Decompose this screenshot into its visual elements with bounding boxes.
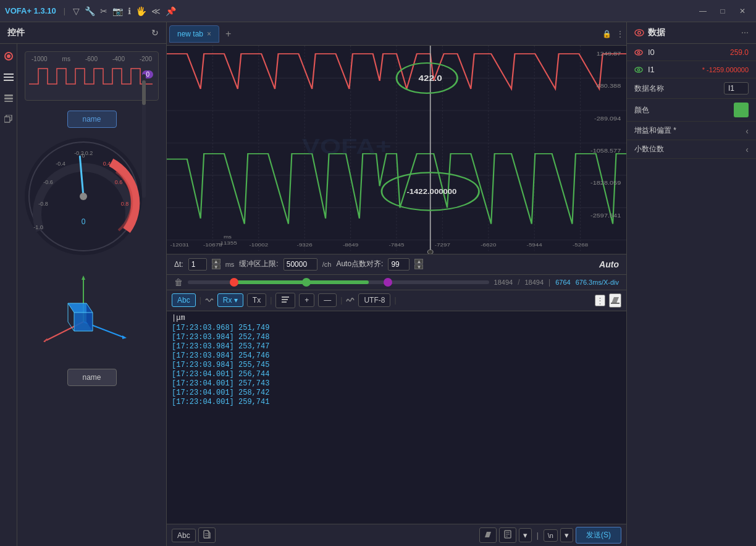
name-button[interactable]: name bbox=[67, 111, 117, 128]
info-icon[interactable]: ℹ bbox=[128, 6, 131, 16]
slider-thumb-purple[interactable] bbox=[384, 278, 392, 287]
slider-x-div: 676.3ms/X-div bbox=[576, 279, 619, 286]
data-entry-i0[interactable]: I0 259.0 bbox=[627, 44, 756, 61]
gauge-container: -1.0 1.0 -0.8 -0.6 -0.4 -0.2 0.8 0.6 0.4… bbox=[25, 138, 142, 255]
log-entry-0[interactable]: [17:23:03.968] 251,749 bbox=[172, 324, 621, 332]
newline-button[interactable]: \n bbox=[544, 529, 558, 542]
newline-dropdown-button[interactable]: ▾ bbox=[560, 528, 573, 542]
svg-point-1 bbox=[7, 54, 10, 58]
svg-text:0.6: 0.6 bbox=[115, 179, 123, 185]
svg-rect-5 bbox=[4, 94, 13, 96]
slider-track[interactable] bbox=[188, 280, 489, 284]
send-file-icon bbox=[203, 530, 211, 539]
gauge-svg: -1.0 1.0 -0.8 -0.6 -0.4 -0.2 0.8 0.6 0.4… bbox=[25, 138, 142, 255]
refresh-button[interactable]: ↻ bbox=[151, 28, 159, 38]
bottom-name-button[interactable]: name bbox=[67, 369, 117, 386]
window-controls: — □ ✕ bbox=[694, 2, 751, 20]
spin-up-button[interactable]: ▲ bbox=[212, 259, 220, 264]
maximize-button[interactable]: □ bbox=[714, 2, 731, 20]
data-entry-i1[interactable]: I1 * -1259.000000 bbox=[627, 61, 756, 78]
slider-thumb-green[interactable] bbox=[302, 278, 311, 287]
svg-text:0.8: 0.8 bbox=[121, 201, 129, 207]
copy-icon[interactable] bbox=[1, 112, 16, 127]
svg-text:-289.094: -289.094 bbox=[594, 116, 621, 122]
serial-clear-button[interactable] bbox=[609, 293, 621, 308]
svg-text:VOFA+: VOFA+ bbox=[302, 134, 392, 158]
list-icon[interactable] bbox=[1, 70, 16, 85]
buffer-input[interactable] bbox=[284, 258, 317, 271]
rx-button[interactable]: Rx ▾ bbox=[217, 293, 243, 307]
tab-add-button[interactable]: + bbox=[220, 26, 236, 42]
log-entry-6[interactable]: [17:23:04.001] 257,743 bbox=[172, 379, 621, 388]
serial-log[interactable]: |μm [17:23:03.968] 251,749 [17:23:03.984… bbox=[167, 311, 626, 524]
svg-marker-30 bbox=[122, 335, 127, 339]
prop-name-input[interactable] bbox=[724, 82, 749, 94]
svg-rect-7 bbox=[4, 101, 13, 102]
log-entry-8[interactable]: [17:23:04.001] 259,741 bbox=[172, 398, 621, 406]
remove-column-button[interactable]: — bbox=[318, 293, 337, 307]
auto-spin-down[interactable]: ▼ bbox=[414, 264, 423, 269]
record-icon[interactable] bbox=[1, 49, 16, 64]
log-entry-5[interactable]: [17:23:04.001] 256,744 bbox=[172, 370, 621, 379]
tab-lock-icon[interactable]: 🔒 bbox=[602, 30, 611, 38]
prop-gain-chevron[interactable]: ‹ bbox=[746, 126, 749, 136]
send-dropdown-button[interactable]: ▾ bbox=[519, 528, 532, 542]
cut-icon[interactable]: ✂ bbox=[100, 6, 107, 16]
delta-t-unit: ms bbox=[225, 261, 235, 268]
log-entry-1[interactable]: [17:23:03.984] 252,748 bbox=[172, 333, 621, 342]
log-entry-2[interactable]: [17:23:03.984] 253,747 bbox=[172, 342, 621, 351]
align-button[interactable] bbox=[275, 293, 295, 308]
svg-text:-11355: -11355 bbox=[218, 240, 237, 246]
encoding-wave-icon bbox=[346, 296, 355, 304]
delete-button[interactable]: 🗑 bbox=[174, 277, 183, 287]
finger-icon[interactable]: 🖐 bbox=[136, 6, 146, 16]
send-doc-icon bbox=[503, 530, 512, 539]
slider-blue-val: 6764 bbox=[555, 279, 570, 286]
utf8-button[interactable]: UTF-8 bbox=[358, 293, 390, 307]
right-more-button[interactable]: ⋯ bbox=[741, 28, 749, 37]
slider-thumb-red[interactable] bbox=[230, 278, 238, 287]
delta-t-input[interactable] bbox=[188, 258, 207, 271]
send-file-button[interactable] bbox=[198, 527, 216, 543]
data-name-i0: I0 bbox=[648, 48, 730, 57]
layers-icon[interactable] bbox=[1, 91, 16, 106]
prop-color-row: 颜色 bbox=[627, 99, 756, 122]
send-button[interactable]: 发送(S) bbox=[576, 527, 621, 544]
main-chart[interactable]: VOFA+ 422.0 -1422.000000 1249.87 480.388… bbox=[167, 46, 626, 254]
spin-down-button[interactable]: ▼ bbox=[212, 264, 220, 269]
tab-label: new tab bbox=[177, 30, 203, 38]
send-eraser-button[interactable] bbox=[479, 527, 497, 543]
serial-more-button[interactable]: ⋮ bbox=[595, 295, 605, 306]
delta-t-spinner[interactable]: ▲ ▼ bbox=[212, 259, 220, 269]
prop-color-picker[interactable] bbox=[734, 103, 749, 117]
data-value-i0: 259.0 bbox=[730, 48, 749, 57]
svg-rect-6 bbox=[4, 98, 13, 99]
auto-points-input[interactable] bbox=[388, 258, 410, 271]
prop-name-row: 数据名称 bbox=[627, 78, 756, 99]
auto-spin-up[interactable]: ▲ bbox=[414, 259, 423, 264]
pin-icon[interactable]: 📌 bbox=[166, 6, 176, 16]
minimize-button[interactable]: — bbox=[694, 2, 712, 20]
auto-points-spinner[interactable]: ▲ ▼ bbox=[414, 259, 423, 269]
tool-icon[interactable]: 🔧 bbox=[85, 6, 95, 16]
svg-text:422.0: 422.0 bbox=[419, 74, 443, 82]
send-doc-button[interactable] bbox=[499, 527, 516, 543]
tab-close-button[interactable]: × bbox=[207, 30, 211, 38]
svg-text:-1422.000000: -1422.000000 bbox=[406, 188, 456, 196]
log-entry-3[interactable]: [17:23:03.984] 254,746 bbox=[172, 351, 621, 360]
abc-button[interactable]: Abc bbox=[172, 293, 196, 307]
add-column-button[interactable]: + bbox=[299, 293, 314, 307]
send-eraser-icon bbox=[484, 530, 492, 539]
close-button[interactable]: ✕ bbox=[734, 2, 751, 20]
log-entry-7[interactable]: [17:23:04.001] 258,742 bbox=[172, 388, 621, 397]
tab-new-tab[interactable]: new tab × bbox=[169, 25, 219, 43]
tx-button[interactable]: Tx bbox=[247, 293, 266, 307]
camera-icon[interactable]: 📷 bbox=[112, 6, 123, 16]
svg-text:-12031: -12031 bbox=[170, 242, 189, 248]
tab-more-button[interactable]: ⋮ bbox=[616, 30, 624, 38]
expand-icon[interactable]: ≪ bbox=[151, 6, 161, 16]
prop-decimal-chevron[interactable]: ‹ bbox=[746, 145, 749, 154]
send-label: Abc bbox=[172, 529, 196, 542]
nav-icon[interactable]: ▽ bbox=[73, 6, 80, 16]
log-entry-4[interactable]: [17:23:03.984] 255,745 bbox=[172, 361, 621, 369]
